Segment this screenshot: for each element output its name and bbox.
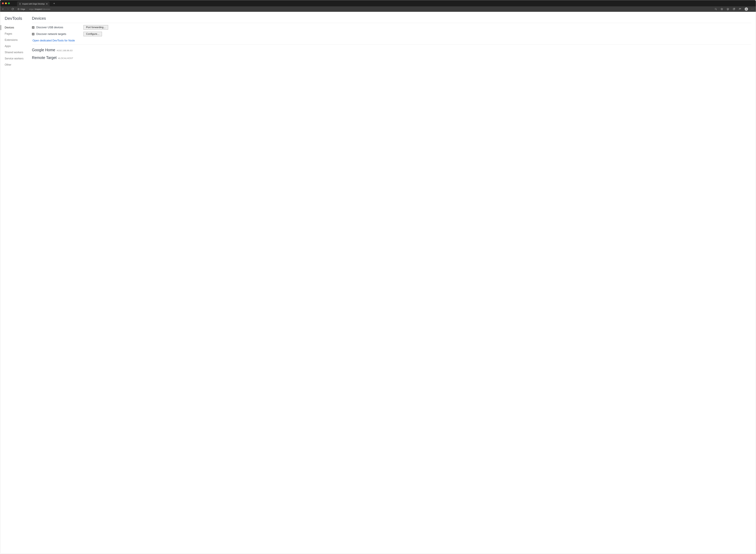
url-text: edge://inspect/#devices <box>29 8 50 10</box>
sidebar-item-apps[interactable]: Apps <box>5 43 29 49</box>
open-devtools-node-link[interactable]: Open dedicated DevTools for Node <box>32 39 75 44</box>
divider <box>32 44 751 45</box>
discover-usb-row: Discover USB devices Port forwarding... <box>32 25 751 30</box>
target-name: Remote Target <box>32 55 57 60</box>
back-button[interactable] <box>2 8 4 10</box>
target-name: Google Home <box>32 48 55 52</box>
sidebar-nav: DevicesPagesExtensionsAppsShared workers… <box>5 24 29 68</box>
discover-network-label: Discover network targets <box>36 33 82 36</box>
close-window-button[interactable] <box>2 2 4 4</box>
collections-icon[interactable] <box>733 8 735 10</box>
page-icon <box>19 3 21 5</box>
svg-point-4 <box>746 8 747 9</box>
sidebar-item-other[interactable]: Other <box>5 62 29 68</box>
port-forwarding-button[interactable]: Port forwarding... <box>83 25 108 30</box>
sidebar: DevTools DevicesPagesExtensionsAppsShare… <box>0 12 31 554</box>
discover-usb-label: Discover USB devices <box>36 26 82 29</box>
sidebar-item-shared-workers[interactable]: Shared workers <box>5 49 29 55</box>
window-controls <box>2 2 10 4</box>
minimize-window-button[interactable] <box>5 2 7 4</box>
sidebar-item-extensions[interactable]: Extensions <box>5 37 29 43</box>
divider <box>32 23 751 23</box>
svg-point-1 <box>715 8 716 10</box>
toolbar-right: ··· <box>714 7 754 11</box>
zoom-icon[interactable] <box>714 8 717 10</box>
toolbar: Edge edge://inspect/#devices <box>0 6 756 12</box>
divider <box>27 8 27 10</box>
favorite-icon[interactable] <box>720 8 723 10</box>
discover-network-checkbox[interactable] <box>32 33 35 36</box>
browser-tab[interactable]: Inspect with Edge Developer T ✕ <box>17 1 50 6</box>
address-bar[interactable]: Edge edge://inspect/#devices <box>16 7 712 11</box>
new-tab-button[interactable]: ＋ <box>52 1 56 5</box>
configure-button[interactable]: Configure... <box>83 32 102 36</box>
feedback-icon[interactable] <box>739 8 741 10</box>
sidebar-item-pages[interactable]: Pages <box>5 31 29 37</box>
sidebar-title: DevTools <box>5 16 29 21</box>
svg-point-3 <box>739 8 740 9</box>
favorites-bar-icon[interactable] <box>726 8 729 10</box>
discover-network-row: Discover network targets Configure... <box>32 32 751 36</box>
forward-button[interactable] <box>6 8 9 10</box>
maximize-window-button[interactable] <box>8 2 10 4</box>
site-identity-label: Edge <box>20 8 25 10</box>
tab-title: Inspect with Edge Developer T <box>22 3 45 5</box>
target-address: #LOCALHOST <box>58 57 73 59</box>
titlebar: Inspect with Edge Developer T ✕ ＋ <box>0 0 756 6</box>
reload-button[interactable] <box>11 8 14 10</box>
discover-usb-checkbox[interactable] <box>32 26 35 29</box>
more-menu-button[interactable]: ··· <box>751 8 754 10</box>
target-row: Remote Target#LOCALHOST <box>32 55 751 60</box>
main-panel: Devices Discover USB devices Port forwar… <box>31 12 756 554</box>
close-tab-button[interactable]: ✕ <box>46 3 48 5</box>
page-heading: Devices <box>32 16 751 21</box>
target-row: Google Home#192.168.86.63 <box>32 48 751 52</box>
profile-avatar[interactable] <box>745 7 748 11</box>
target-address: #192.168.86.63 <box>57 49 72 52</box>
sidebar-item-service-workers[interactable]: Service workers <box>5 55 29 62</box>
sidebar-item-devices[interactable]: Devices <box>5 24 29 31</box>
site-identity[interactable]: Edge <box>17 8 25 10</box>
